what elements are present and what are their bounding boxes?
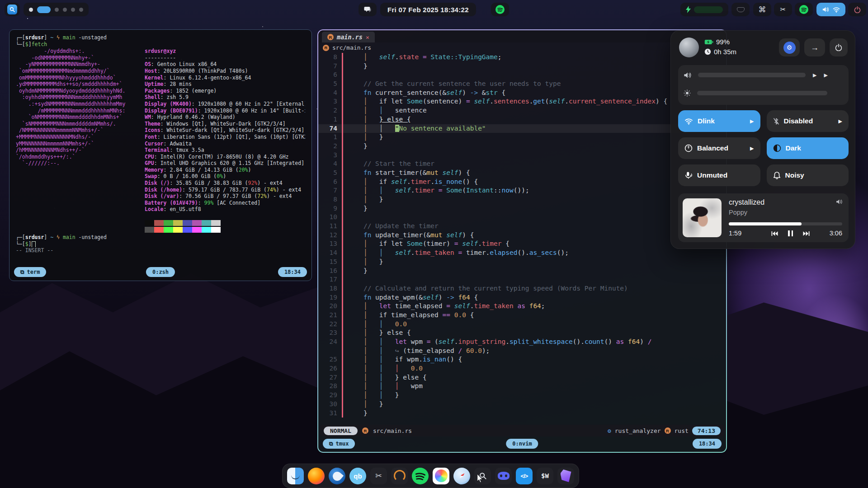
dock-item-vscode[interactable]: </> (515, 467, 533, 485)
workspace-6[interactable] (79, 8, 83, 12)
expand-button[interactable]: → (804, 38, 825, 56)
datetime-widget[interactable]: Fri 07 Feb 2025 18:34:22 (380, 3, 476, 16)
dock-item-thunderbird[interactable] (328, 467, 346, 485)
dock-item-firefox[interactable] (307, 467, 326, 485)
tmux-session-label[interactable]: 0:nvim (506, 439, 538, 449)
dock-item-zen-browser[interactable] (453, 467, 471, 485)
code-line: 1 │ } else { (318, 115, 726, 124)
filetype-label: rust (675, 427, 689, 434)
dock-item-discord[interactable] (494, 467, 513, 485)
dock-item-cutter[interactable]: ✂ (369, 467, 388, 485)
code-line: 19 fn update_wpm(&self) -> f64 { (318, 293, 726, 302)
seek-bar[interactable] (729, 222, 842, 225)
battery-icon (704, 39, 713, 45)
terminal-prompt-bottom[interactable]: ┌─[srdusr] ~ ϟ main -unstaged└─[$] (16, 234, 305, 247)
pause-button[interactable] (788, 230, 793, 236)
spotify-tray-button[interactable] (795, 3, 813, 16)
microphone-icon (684, 171, 693, 179)
tmux-window-tab[interactable]: ⧉term (14, 267, 46, 277)
keybinds-button[interactable]: ⌘ (753, 3, 771, 16)
tab-main-rs[interactable]: R main.rs × (322, 32, 375, 42)
dock-item-wezterm[interactable]: $W (536, 467, 554, 485)
touchpad-button[interactable] (731, 3, 750, 16)
tmux-statusbar: ⧉tmux 0:nvim 18:34 (323, 439, 722, 450)
color-swatch (173, 227, 183, 233)
search-button[interactable] (5, 3, 20, 16)
output-expand-chevron[interactable]: ▶ (824, 72, 827, 78)
winbar-filepath: src/main.rs (332, 44, 371, 51)
volume-slider[interactable] (698, 73, 806, 77)
code-line: 2 } (318, 142, 726, 151)
mode-indicator: NORMAL (324, 427, 358, 435)
brightness-slider[interactable] (697, 91, 827, 95)
screenshot-button[interactable]: ✂ (774, 3, 792, 16)
code-line: 23 │ } else { (318, 328, 726, 338)
next-track-button[interactable] (803, 231, 810, 236)
code-line: 6 │ if self.timer.is_none() { (318, 178, 726, 187)
toggle-microphone[interactable]: Unmuted (678, 164, 760, 186)
volume-expand-chevron[interactable]: ▶ (813, 72, 816, 78)
rust-file-icon: R (323, 45, 329, 51)
previous-track-button[interactable] (771, 231, 778, 236)
battery-percentage: 99% (716, 38, 730, 46)
settings-button[interactable]: ⚙ (779, 38, 800, 56)
color-swatch (164, 227, 173, 233)
track-artist: Poppy (729, 209, 747, 216)
chevron-right-icon[interactable]: ▶ (750, 145, 754, 151)
wifi-icon (684, 118, 693, 125)
terminal-window[interactable]: ┌─[srdusr] ~ ϟ main -unstaged└─[$]fetch … (9, 29, 312, 281)
scissors-icon: ✂ (780, 5, 786, 14)
power-button[interactable] (848, 3, 866, 16)
rust-file-icon: R (362, 427, 368, 434)
dock-item-downloader[interactable] (390, 467, 409, 485)
editor-tabline: R main.rs × (318, 30, 726, 42)
toggle-bluetooth[interactable]: Disabled▶ (767, 110, 849, 132)
speaker-icon (822, 7, 829, 12)
tmux-clock: 18:34 (693, 439, 722, 449)
workspace-5[interactable] (71, 8, 75, 12)
workspace-1[interactable] (29, 8, 33, 12)
workspace-4[interactable] (63, 8, 67, 12)
dock-item-spotify[interactable] (411, 467, 429, 485)
workspace-indicator[interactable] (24, 3, 89, 16)
tmux-window-tab[interactable]: ⧉tmux (323, 439, 355, 449)
tab-close-icon[interactable]: × (366, 34, 369, 41)
toggle-theme[interactable]: Dark (767, 137, 849, 159)
code-area[interactable]: 8 │ self.state = State::TypingGame;7 }65… (318, 53, 726, 423)
fetch-system-info: srdusr@xyz----------OS: Gentoo Linux x86… (145, 48, 305, 233)
color-swatch (183, 227, 192, 233)
volume-network-button[interactable] (816, 3, 845, 16)
color-swatch (211, 220, 221, 226)
dock-item-finder[interactable] (286, 467, 305, 485)
battery-bar (694, 6, 723, 13)
color-swatch (145, 220, 154, 226)
dock-item-obsidian[interactable] (557, 467, 575, 485)
session-power-button[interactable] (830, 38, 848, 56)
tmux-session-label[interactable]: 0:zsh (146, 267, 175, 277)
code-line: 14 │ │ self.time_taken = timer.elapsed()… (318, 249, 726, 258)
color-swatch (192, 220, 202, 226)
chevron-right-icon[interactable]: ▶ (750, 118, 754, 124)
neovim-editor[interactable]: R main.rs × R src/main.rs 8 │ self.state… (318, 30, 726, 452)
code-line: 6 (318, 70, 726, 80)
code-line: 1 │ } (318, 133, 726, 142)
spotify-indicator[interactable] (491, 3, 509, 16)
player-output-icon[interactable] (836, 199, 843, 204)
chevron-right-icon[interactable]: ▶ (839, 118, 842, 124)
search-icon (7, 5, 17, 14)
color-swatch (173, 220, 183, 226)
workspace-3[interactable] (55, 8, 59, 12)
code-line: 3 │ if let Some(sentence) = self.sentenc… (318, 97, 726, 106)
notifications-button[interactable] (359, 3, 377, 16)
dock-item-qbittorrent[interactable]: qb (349, 467, 367, 485)
toggle-wifi[interactable]: Dlink▶ (678, 110, 760, 132)
workspace-2[interactable] (37, 6, 51, 13)
toggle-power-profile[interactable]: Balanced▶ (678, 137, 760, 159)
toggle-notifications[interactable]: Noisy (767, 164, 849, 186)
touchpad-icon (737, 7, 745, 12)
dock-item-photos[interactable] (432, 467, 450, 485)
battery-widget[interactable] (680, 3, 728, 16)
code-line: 31 } (318, 409, 726, 418)
fetch-output: -/oyddmdhs+:. -odNMMMMMMMMNNmhy+-` -yNMM… (16, 48, 305, 234)
elapsed-time: 1:59 (729, 230, 741, 237)
